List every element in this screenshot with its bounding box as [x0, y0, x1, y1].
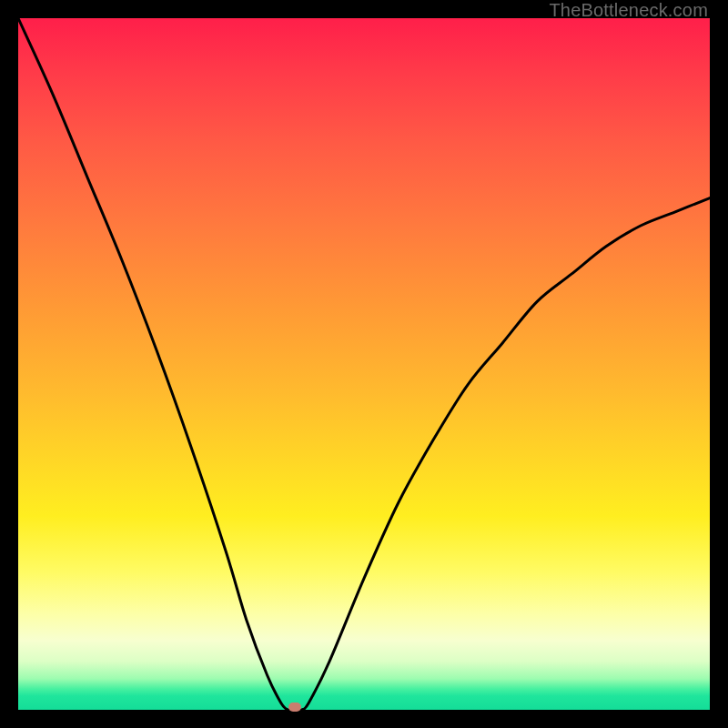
optimal-point-marker	[288, 703, 301, 712]
plot-area	[18, 18, 710, 710]
curve-line	[18, 18, 710, 710]
chart-stage: TheBottleneck.com	[0, 0, 728, 728]
bottleneck-curve	[18, 18, 710, 710]
